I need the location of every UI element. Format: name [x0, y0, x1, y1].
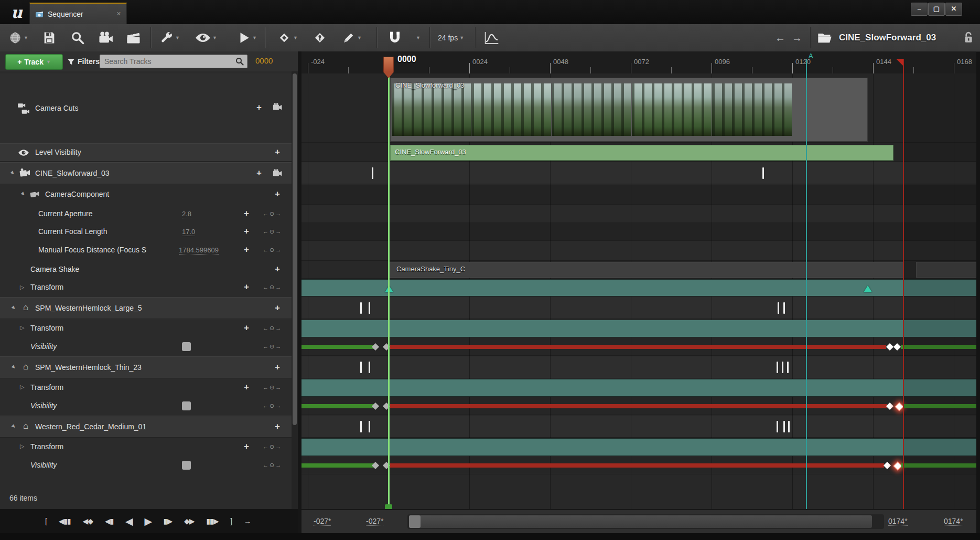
lane-current-focal-length[interactable] — [301, 223, 976, 241]
lane-hemlock-large-object[interactable] — [301, 297, 976, 319]
save-button[interactable] — [42, 29, 57, 46]
edit-mode-button[interactable]: ▼ — [342, 29, 362, 46]
timeline-scrollbar-handle[interactable] — [409, 515, 872, 528]
timeline-scrollbar[interactable] — [407, 514, 884, 529]
track-row-camera-component[interactable]: ▼ CameraComponent + — [0, 185, 292, 205]
tab-close-icon[interactable]: ✕ — [116, 10, 121, 17]
current-time-field[interactable]: 0000 — [255, 56, 273, 65]
transform-section[interactable] — [301, 438, 976, 456]
track-row-current-aperture[interactable]: Current Aperture 2.8 + ←⊙→ — [0, 205, 292, 223]
window-close-button[interactable]: ✕ — [945, 3, 962, 16]
visibility-checkbox[interactable] — [182, 461, 191, 470]
add-track-to-object-button[interactable]: + — [275, 423, 280, 430]
search-tracks-input[interactable] — [103, 57, 235, 66]
lane-red-cedar-object[interactable] — [301, 416, 976, 438]
keyframe-options-button[interactable]: ▼ — [277, 29, 298, 46]
working-range-start-field[interactable]: -027* — [314, 517, 331, 526]
lane-cine-object[interactable] — [301, 162, 976, 184]
play-button[interactable]: ▶ — [144, 515, 152, 527]
keyframe-tick[interactable] — [777, 421, 778, 432]
visibility-off-segment[interactable] — [390, 345, 886, 349]
visibility-checkbox[interactable] — [182, 401, 191, 410]
keyframe-tick[interactable] — [778, 302, 779, 314]
add-property-button[interactable]: + — [275, 190, 280, 198]
playhead-line[interactable] — [388, 73, 390, 509]
add-camera-cut-button[interactable]: + — [256, 104, 262, 111]
track-row-hemlock-thin[interactable]: ▼ ⌂ SPM_WesternHemlock_Thin_23 + — [0, 356, 292, 378]
working-range-end-field[interactable]: 0174* — [944, 517, 963, 526]
nav-back-button[interactable]: ← — [775, 29, 785, 46]
visibility-off-segment[interactable] — [390, 404, 887, 408]
timeline-scrollbar-cap[interactable] — [409, 515, 421, 528]
track-row-transform-camera[interactable]: ▷ Transform + ←⊙→ — [0, 279, 292, 297]
view-range-start-field[interactable]: -027* — [366, 517, 383, 526]
add-track-button[interactable]: + Track ▼ — [5, 54, 63, 70]
step-forward-button[interactable]: ▮▶ — [164, 517, 172, 525]
track-row-camera-cuts[interactable]: Camera Cuts + — [0, 73, 292, 143]
panel-divider[interactable] — [298, 51, 301, 533]
nav-forward-button[interactable]: → — [792, 29, 802, 46]
tab-sequencer[interactable]: Sequencer ✕ — [29, 3, 127, 24]
track-row-visibility[interactable]: Visibility ←⊙→ — [0, 338, 292, 356]
key-navigation[interactable]: ←⊙→ — [263, 210, 282, 217]
add-key-button[interactable]: + — [244, 246, 249, 253]
keyframe-tick[interactable] — [372, 167, 373, 179]
scrollbar-handle[interactable] — [293, 73, 297, 425]
track-row-red-cedar[interactable]: ▼ ⌂ Western_Red_Cedar_Medium_01 + — [0, 416, 292, 438]
track-row-transform[interactable]: ▷ Transform + ←⊙→ — [0, 438, 292, 456]
window-maximize-button[interactable]: ▢ — [928, 3, 945, 16]
key-navigation[interactable]: ←⊙→ — [263, 325, 282, 332]
add-track-to-object-button[interactable]: + — [256, 170, 262, 177]
outliner-scrollbar[interactable] — [292, 71, 298, 509]
add-shake-button[interactable]: + — [275, 266, 280, 273]
visibility-on-segment[interactable] — [301, 463, 374, 468]
expander-closed-icon[interactable]: ▷ — [20, 443, 24, 450]
snapping-button[interactable]: ▼ — [387, 29, 421, 46]
lane-camera-component[interactable] — [301, 185, 976, 205]
key-navigation[interactable]: ←⊙→ — [263, 462, 282, 469]
browse-sequence-button[interactable] — [817, 29, 833, 46]
sequence-end-line[interactable] — [903, 59, 904, 509]
visibility-off-segment[interactable] — [390, 463, 884, 468]
expander-open-icon[interactable]: ▼ — [9, 363, 17, 371]
view-range-end-field[interactable]: 0174* — [888, 517, 908, 526]
track-row-visibility[interactable]: Visibility ←⊙→ — [0, 397, 292, 415]
keyframe-tick[interactable] — [369, 421, 370, 432]
add-key-button[interactable]: + — [244, 210, 249, 217]
property-value[interactable]: 17.0 — [182, 228, 195, 236]
keyframe-tick[interactable] — [777, 362, 778, 373]
transform-section[interactable] — [301, 379, 976, 397]
add-track-to-object-button[interactable]: + — [275, 304, 280, 312]
fps-dropdown[interactable]: 24 fps ▼ — [438, 29, 464, 46]
keyframe-tick[interactable] — [787, 362, 789, 373]
keyframe-tick[interactable] — [783, 421, 785, 432]
keyframe-tick[interactable] — [360, 421, 362, 432]
track-row-transform[interactable]: ▷ Transform + ←⊙→ — [0, 379, 292, 397]
render-movie-button[interactable] — [126, 29, 142, 46]
lane-manual-focus[interactable] — [301, 241, 976, 261]
goto-start-button[interactable]: [ — [45, 517, 47, 525]
visibility-on-segment[interactable] — [301, 345, 374, 349]
key-navigation[interactable]: ←⊙→ — [263, 384, 282, 391]
keyframe-tick[interactable] — [369, 362, 370, 373]
expander-open-icon[interactable]: ▼ — [9, 303, 17, 312]
add-key-button[interactable]: + — [244, 443, 249, 450]
keyframe-tick[interactable] — [360, 302, 362, 314]
lock-button[interactable] — [963, 29, 974, 46]
transform-key-triangle[interactable] — [864, 285, 872, 292]
step-forward-frames-button[interactable]: ▮▮▶ — [206, 517, 218, 525]
search-button[interactable] — [70, 29, 85, 46]
add-level-button[interactable]: + — [275, 149, 280, 156]
key-navigation[interactable]: ←⊙→ — [263, 247, 282, 253]
track-area[interactable]: CINE_Slowforward_03 CINE_SlowForward_03 … — [301, 73, 976, 509]
add-key-button[interactable]: + — [244, 283, 249, 291]
transform-section[interactable] — [301, 320, 976, 337]
step-back-button[interactable]: ◀▮ — [105, 517, 113, 525]
window-minimize-button[interactable]: – — [911, 3, 928, 16]
expander-open-icon[interactable]: ▼ — [8, 168, 16, 177]
key-navigation[interactable]: ←⊙→ — [263, 343, 282, 350]
playback-options-button[interactable]: ▼ — [237, 29, 257, 46]
visibility-checkbox[interactable] — [182, 342, 191, 351]
lane-empty[interactable] — [301, 475, 976, 509]
property-value[interactable]: 1784.599609 — [179, 246, 219, 255]
